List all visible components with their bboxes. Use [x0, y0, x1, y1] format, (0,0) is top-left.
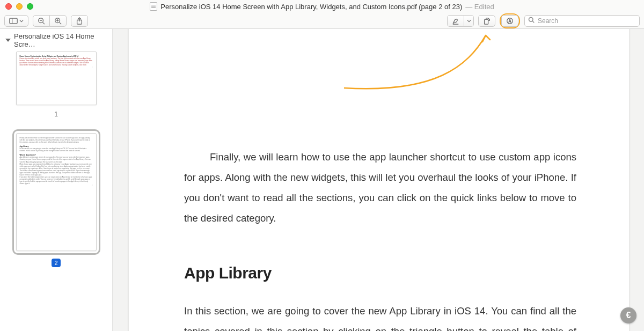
zoom-out-button[interactable]	[33, 15, 50, 27]
toolbar	[0, 13, 644, 29]
document-icon	[150, 2, 157, 11]
section-heading-app-library: App Library	[184, 256, 576, 290]
search-input[interactable]	[538, 17, 636, 25]
thumbnail-page-2-label: 2	[52, 259, 60, 267]
thumbnail-page-2[interactable]: Finally, we will learn how to use the ap…	[16, 133, 97, 251]
window-title: Personalize iOS 14 Home Screen with App …	[0, 2, 644, 11]
search-field[interactable]	[524, 15, 640, 27]
window-titlebar: Personalize iOS 14 Home Screen with App …	[0, 0, 644, 13]
minimize-window-button[interactable]	[16, 3, 23, 10]
traffic-lights	[5, 3, 33, 10]
share-button[interactable]	[71, 15, 88, 27]
floating-help-button[interactable]: €	[620, 307, 636, 323]
close-window-button[interactable]	[5, 3, 12, 10]
sidebar-doc-title[interactable]: Personalize iOS 14 Home Scre…	[0, 31, 112, 49]
markup-group	[447, 15, 474, 27]
document-page: Finally, we will learn how to use the ap…	[129, 29, 629, 331]
thumbnail-page-1-label: 1	[54, 111, 58, 118]
svg-line-3	[43, 22, 45, 24]
search-icon	[528, 17, 535, 25]
svg-rect-12	[485, 19, 488, 24]
paragraph-intro: Finally, we will learn how to use the ap…	[184, 147, 576, 229]
edited-indicator: — Edited	[465, 3, 494, 11]
zoom-window-button[interactable]	[27, 3, 33, 10]
svg-point-13	[507, 18, 513, 24]
svg-point-14	[529, 18, 533, 22]
document-viewer[interactable]: Finally, we will learn how to use the ap…	[113, 29, 644, 331]
svg-line-6	[60, 22, 62, 24]
euro-icon: €	[626, 311, 631, 320]
paragraph-app-library: In this section, we are going to cover t…	[184, 301, 576, 331]
highlight-dropdown[interactable]	[464, 15, 474, 27]
window-filename: Personalize iOS 14 Home Screen with App …	[160, 3, 462, 11]
thumbnail-sidebar: Personalize iOS 14 Home Scre… Home Scree…	[0, 29, 113, 331]
svg-line-15	[532, 21, 534, 23]
markup-button-highlight	[500, 13, 520, 28]
svg-rect-0	[10, 18, 17, 24]
thumbnail-page-1[interactable]: Home Screen Customization Using Widgets …	[16, 52, 97, 105]
markup-toolbar-button[interactable]	[501, 15, 518, 27]
rotate-button[interactable]	[478, 15, 495, 27]
zoom-group	[33, 15, 67, 27]
sidebar-doc-title-label: Personalize iOS 14 Home Scre…	[14, 32, 107, 48]
zoom-in-button[interactable]	[50, 15, 67, 27]
view-mode-button[interactable]	[4, 15, 28, 27]
highlight-button[interactable]	[447, 15, 464, 27]
disclosure-triangle-icon[interactable]	[5, 39, 11, 42]
